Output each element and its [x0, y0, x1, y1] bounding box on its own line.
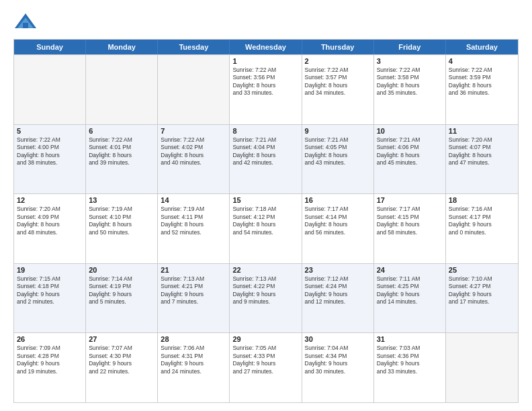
day-info: Sunrise: 7:22 AM Sunset: 3:57 PM Dayligh… — [305, 66, 371, 97]
day-number: 7 — [161, 127, 226, 135]
day-number: 3 — [377, 57, 443, 65]
day-cell-1: 1Sunrise: 7:22 AM Sunset: 3:56 PM Daylig… — [230, 55, 302, 124]
day-number: 30 — [305, 335, 371, 343]
day-info: Sunrise: 7:16 AM Sunset: 4:17 PM Dayligh… — [449, 205, 515, 236]
day-number: 18 — [449, 196, 515, 204]
day-info: Sunrise: 7:15 AM Sunset: 4:18 PM Dayligh… — [17, 275, 83, 306]
logo-icon — [13, 12, 38, 32]
day-info: Sunrise: 7:21 AM Sunset: 4:04 PM Dayligh… — [232, 136, 298, 167]
day-number: 16 — [305, 196, 371, 204]
day-number: 9 — [305, 127, 371, 135]
day-cell-28: 28Sunrise: 7:06 AM Sunset: 4:31 PM Dayli… — [158, 333, 230, 402]
day-cell-30: 30Sunrise: 7:04 AM Sunset: 4:34 PM Dayli… — [302, 333, 374, 402]
day-info: Sunrise: 7:04 AM Sunset: 4:34 PM Dayligh… — [305, 345, 371, 375]
calendar-row-5: 26Sunrise: 7:09 AM Sunset: 4:28 PM Dayli… — [14, 332, 518, 402]
day-number: 15 — [232, 196, 298, 204]
day-number: 8 — [232, 127, 298, 135]
day-number: 14 — [161, 196, 226, 204]
day-cell-20: 20Sunrise: 7:14 AM Sunset: 4:19 PM Dayli… — [86, 264, 158, 333]
day-info: Sunrise: 7:10 AM Sunset: 4:27 PM Dayligh… — [449, 275, 515, 306]
day-info: Sunrise: 7:07 AM Sunset: 4:30 PM Dayligh… — [89, 345, 154, 375]
day-info: Sunrise: 7:17 AM Sunset: 4:14 PM Dayligh… — [305, 205, 371, 236]
day-cell-23: 23Sunrise: 7:12 AM Sunset: 4:24 PM Dayli… — [302, 264, 374, 333]
header — [13, 12, 519, 32]
empty-cell — [14, 55, 86, 124]
day-cell-26: 26Sunrise: 7:09 AM Sunset: 4:28 PM Dayli… — [14, 333, 86, 402]
day-cell-4: 4Sunrise: 7:22 AM Sunset: 3:59 PM Daylig… — [446, 55, 518, 124]
day-cell-7: 7Sunrise: 7:22 AM Sunset: 4:02 PM Daylig… — [158, 125, 230, 194]
day-cell-27: 27Sunrise: 7:07 AM Sunset: 4:30 PM Dayli… — [86, 333, 158, 402]
day-number: 22 — [232, 266, 298, 274]
day-info: Sunrise: 7:22 AM Sunset: 3:58 PM Dayligh… — [377, 66, 443, 97]
header-day-monday: Monday — [86, 40, 158, 54]
day-info: Sunrise: 7:19 AM Sunset: 4:10 PM Dayligh… — [89, 205, 154, 236]
calendar-body: 1Sunrise: 7:22 AM Sunset: 3:56 PM Daylig… — [14, 54, 518, 402]
day-info: Sunrise: 7:18 AM Sunset: 4:12 PM Dayligh… — [232, 205, 298, 236]
day-number: 10 — [377, 127, 443, 135]
day-number: 12 — [17, 196, 83, 204]
calendar-row-2: 5Sunrise: 7:22 AM Sunset: 4:00 PM Daylig… — [14, 124, 518, 194]
day-info: Sunrise: 7:14 AM Sunset: 4:19 PM Dayligh… — [89, 275, 154, 306]
header-day-saturday: Saturday — [446, 40, 518, 54]
header-day-tuesday: Tuesday — [158, 40, 230, 54]
calendar-header: SundayMondayTuesdayWednesdayThursdayFrid… — [14, 40, 518, 54]
day-cell-2: 2Sunrise: 7:22 AM Sunset: 3:57 PM Daylig… — [302, 55, 374, 124]
day-info: Sunrise: 7:12 AM Sunset: 4:24 PM Dayligh… — [305, 275, 371, 306]
day-number: 21 — [161, 266, 226, 274]
day-info: Sunrise: 7:22 AM Sunset: 4:02 PM Dayligh… — [161, 136, 226, 167]
day-cell-31: 31Sunrise: 7:03 AM Sunset: 4:36 PM Dayli… — [374, 333, 446, 402]
calendar-row-4: 19Sunrise: 7:15 AM Sunset: 4:18 PM Dayli… — [14, 263, 518, 333]
day-info: Sunrise: 7:13 AM Sunset: 4:22 PM Dayligh… — [232, 275, 298, 306]
empty-cell — [446, 333, 518, 402]
page: SundayMondayTuesdayWednesdayThursdayFrid… — [0, 0, 532, 411]
day-number: 26 — [17, 335, 83, 343]
header-day-wednesday: Wednesday — [230, 40, 302, 54]
day-number: 31 — [377, 335, 443, 343]
day-cell-13: 13Sunrise: 7:19 AM Sunset: 4:10 PM Dayli… — [86, 194, 158, 263]
calendar-row-1: 1Sunrise: 7:22 AM Sunset: 3:56 PM Daylig… — [14, 54, 518, 124]
day-cell-5: 5Sunrise: 7:22 AM Sunset: 4:00 PM Daylig… — [14, 125, 86, 194]
day-info: Sunrise: 7:22 AM Sunset: 3:56 PM Dayligh… — [232, 66, 298, 97]
day-cell-22: 22Sunrise: 7:13 AM Sunset: 4:22 PM Dayli… — [230, 264, 302, 333]
day-info: Sunrise: 7:20 AM Sunset: 4:09 PM Dayligh… — [17, 205, 83, 236]
day-info: Sunrise: 7:05 AM Sunset: 4:33 PM Dayligh… — [232, 345, 298, 375]
day-number: 28 — [161, 335, 226, 343]
day-cell-19: 19Sunrise: 7:15 AM Sunset: 4:18 PM Dayli… — [14, 264, 86, 333]
day-info: Sunrise: 7:22 AM Sunset: 4:00 PM Dayligh… — [17, 136, 83, 167]
day-number: 24 — [377, 266, 443, 274]
day-cell-24: 24Sunrise: 7:11 AM Sunset: 4:25 PM Dayli… — [374, 264, 446, 333]
day-number: 2 — [305, 57, 371, 65]
day-info: Sunrise: 7:06 AM Sunset: 4:31 PM Dayligh… — [161, 345, 226, 375]
svg-rect-2 — [23, 23, 28, 28]
header-day-sunday: Sunday — [14, 40, 86, 54]
day-info: Sunrise: 7:03 AM Sunset: 4:36 PM Dayligh… — [377, 345, 443, 375]
day-number: 1 — [232, 57, 298, 65]
day-number: 27 — [89, 335, 154, 343]
day-cell-15: 15Sunrise: 7:18 AM Sunset: 4:12 PM Dayli… — [230, 194, 302, 263]
day-cell-17: 17Sunrise: 7:17 AM Sunset: 4:15 PM Dayli… — [374, 194, 446, 263]
day-number: 29 — [232, 335, 298, 343]
day-number: 4 — [449, 57, 515, 65]
day-number: 23 — [305, 266, 371, 274]
day-cell-25: 25Sunrise: 7:10 AM Sunset: 4:27 PM Dayli… — [446, 264, 518, 333]
day-info: Sunrise: 7:21 AM Sunset: 4:05 PM Dayligh… — [305, 136, 371, 167]
day-info: Sunrise: 7:13 AM Sunset: 4:21 PM Dayligh… — [161, 275, 226, 306]
day-number: 25 — [449, 266, 515, 274]
day-info: Sunrise: 7:20 AM Sunset: 4:07 PM Dayligh… — [449, 136, 515, 167]
day-cell-9: 9Sunrise: 7:21 AM Sunset: 4:05 PM Daylig… — [302, 125, 374, 194]
day-number: 19 — [17, 266, 83, 274]
day-number: 20 — [89, 266, 154, 274]
header-day-thursday: Thursday — [302, 40, 374, 54]
day-number: 5 — [17, 127, 83, 135]
day-info: Sunrise: 7:17 AM Sunset: 4:15 PM Dayligh… — [377, 205, 443, 236]
day-cell-16: 16Sunrise: 7:17 AM Sunset: 4:14 PM Dayli… — [302, 194, 374, 263]
empty-cell — [86, 55, 158, 124]
day-number: 13 — [89, 196, 154, 204]
day-cell-18: 18Sunrise: 7:16 AM Sunset: 4:17 PM Dayli… — [446, 194, 518, 263]
day-cell-10: 10Sunrise: 7:21 AM Sunset: 4:06 PM Dayli… — [374, 125, 446, 194]
day-cell-12: 12Sunrise: 7:20 AM Sunset: 4:09 PM Dayli… — [14, 194, 86, 263]
logo — [13, 12, 40, 32]
calendar: SundayMondayTuesdayWednesdayThursdayFrid… — [13, 39, 519, 403]
day-cell-21: 21Sunrise: 7:13 AM Sunset: 4:21 PM Dayli… — [158, 264, 230, 333]
day-cell-29: 29Sunrise: 7:05 AM Sunset: 4:33 PM Dayli… — [230, 333, 302, 402]
